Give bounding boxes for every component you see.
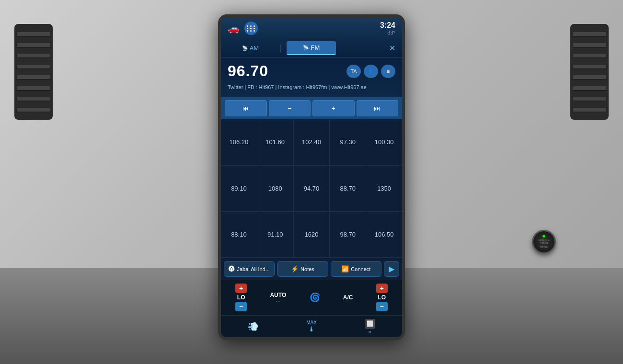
close-button[interactable]: ✕ [387, 42, 397, 55]
right-temp-up-button[interactable]: + [376, 284, 388, 293]
right-temp-value: LO [378, 294, 386, 301]
preset-item-r3-c4[interactable]: 98.70 [330, 212, 366, 257]
radio-controls: TA 👤 ≡ [346, 65, 395, 78]
preset-item-r1-c2[interactable]: 101.60 [257, 119, 294, 165]
preset-item-r1-c4[interactable]: 97.30 [330, 119, 366, 165]
fan-speed-button[interactable]: 💨 [248, 321, 258, 332]
rear-defrost-button[interactable]: 🔲 R [365, 318, 375, 334]
preset-item-r3-c1[interactable]: 88.10 [221, 212, 257, 257]
minus-icon: − [288, 104, 291, 112]
preset-item-r2-c2[interactable]: 1080 [257, 166, 294, 211]
rds-button[interactable]: 👤 [364, 65, 378, 78]
status-right: 3:24 33° [380, 21, 395, 35]
left-temp-down-button[interactable]: − [235, 302, 247, 311]
infotainment-screen: 🚗 3:24 33° 📡 AM | 📡 FM ✕ [218, 14, 405, 340]
tab-am-label: AM [250, 45, 259, 52]
preset-item-r2-c4[interactable]: 88.70 [330, 166, 366, 211]
engine-status-indicator [542, 235, 545, 238]
status-bar: 🚗 3:24 33° [221, 17, 402, 39]
vent-slat [573, 32, 606, 36]
left-temp-value: LO [237, 294, 245, 301]
prev-button[interactable]: ⏮ [225, 100, 267, 116]
defrost-icon: 🌡 [308, 325, 315, 333]
tab-fm[interactable]: 📡 FM [287, 41, 336, 55]
engine-button-label: ENGINESTARTSTOP [538, 239, 549, 249]
climate-icons-row: 💨 MAX 🌡 🔲 R [221, 315, 402, 337]
tab-am[interactable]: 📡 AM [226, 42, 275, 55]
preset-item-r3-c2[interactable]: 91.10 [257, 212, 294, 257]
vent-slat [573, 54, 606, 57]
minus-icon: − [239, 303, 243, 310]
preset-item-r3-c5[interactable]: 106.50 [366, 212, 402, 257]
auto-dots: ··· [277, 299, 280, 304]
tab-fm-label: FM [311, 44, 320, 51]
frequency-display: 96.70 [228, 62, 268, 80]
app-more-button[interactable]: ▶ [384, 261, 399, 277]
climate-bar: + LO − AUTO ··· 🌀 A/C + LO − [221, 280, 402, 315]
vent-slat [573, 75, 606, 79]
minus-button[interactable]: − [269, 100, 311, 116]
app-jabal-label: Jabal Ali Ind... [237, 266, 270, 272]
connect-icon: 📶 [341, 265, 349, 273]
jabal-icon: 🅐 [229, 265, 235, 273]
temperature-display: 33° [380, 30, 395, 35]
fm-antenna-icon: 📡 [303, 45, 309, 50]
radio-display: 96.70 TA 👤 ≡ Twitter | FB : Hit967 | Ins… [221, 57, 402, 97]
plus-icon: + [380, 284, 384, 292]
preset-item-r3-c3[interactable]: 1620 [294, 212, 330, 257]
ta-button[interactable]: TA [346, 65, 361, 78]
right-temp-control: + LO − [376, 284, 388, 311]
vent-slat [17, 54, 50, 57]
preset-item-r1-c5[interactable]: 100.30 [366, 119, 402, 165]
preset-item-r1-c3[interactable]: 102.40 [294, 119, 330, 165]
vent-slat [17, 65, 50, 68]
rds-icon: 👤 [368, 68, 374, 74]
preset-item-r2-c5[interactable]: 1350 [366, 166, 402, 211]
vent-slat [573, 43, 606, 47]
more-icon: ▶ [389, 264, 394, 273]
am-antenna-icon: 📡 [242, 46, 248, 51]
preset-item-r1-c1[interactable]: 106.20 [221, 119, 257, 165]
preset-item-r2-c3[interactable]: 94.70 [294, 166, 330, 211]
rear-defrost-icon: 🔲 [365, 318, 375, 329]
list-button[interactable]: ≡ [381, 65, 395, 78]
right-temp-down-button[interactable]: − [376, 302, 388, 311]
next-icon: ⏭ [374, 104, 381, 112]
preset-row-1: 106.20101.60102.4097.30100.30 [221, 119, 402, 165]
playback-controls: ⏮ − + ⏭ [221, 97, 402, 119]
car-icon: 🚗 [228, 23, 240, 34]
app-jabal-button[interactable]: 🅐 Jabal Ali Ind... [224, 261, 275, 277]
plus-icon: + [332, 104, 335, 112]
presets-grid: 106.20101.60102.4097.30100.30 89.1010809… [221, 119, 402, 258]
radio-tabs: 📡 AM | 📡 FM ✕ [221, 39, 402, 57]
preset-item-r2-c1[interactable]: 89.10 [221, 166, 257, 211]
app-connect-button[interactable]: 📶 Connect [331, 261, 381, 277]
status-left: 🚗 [228, 22, 258, 35]
next-button[interactable]: ⏭ [357, 100, 399, 116]
vent-slat [573, 97, 606, 101]
ac-label: A/C [343, 294, 353, 301]
app-bar: 🅐 Jabal Ali Ind... ⚡ Notes 📶 Connect ▶ [221, 258, 402, 280]
vent-slat [17, 43, 50, 47]
fan-control[interactable]: 🌀 [310, 292, 320, 303]
vent-slat [17, 32, 50, 36]
app-notes-button[interactable]: ⚡ Notes [277, 261, 328, 277]
fan-speed-icon: 💨 [248, 321, 258, 332]
left-temp-control: + LO − [235, 284, 247, 311]
ta-label: TA [350, 68, 357, 74]
plus-button[interactable]: + [312, 100, 355, 116]
tab-separator: | [280, 43, 282, 53]
app-connect-label: Connect [351, 266, 370, 272]
vent-slat [573, 108, 606, 112]
engine-start-stop-button[interactable]: ENGINESTARTSTOP [532, 230, 556, 254]
vent-slat [17, 108, 50, 112]
vent-slat [573, 65, 606, 68]
right-air-vent [570, 24, 609, 120]
notes-icon: ⚡ [291, 265, 299, 273]
home-button[interactable] [244, 22, 258, 35]
minus-icon: − [380, 303, 384, 310]
preset-row-3: 88.1091.10162098.70106.50 [221, 212, 402, 258]
vent-slat [17, 86, 50, 90]
left-temp-up-button[interactable]: + [235, 284, 247, 293]
max-defrost-control: MAX 🌡 [306, 320, 317, 333]
